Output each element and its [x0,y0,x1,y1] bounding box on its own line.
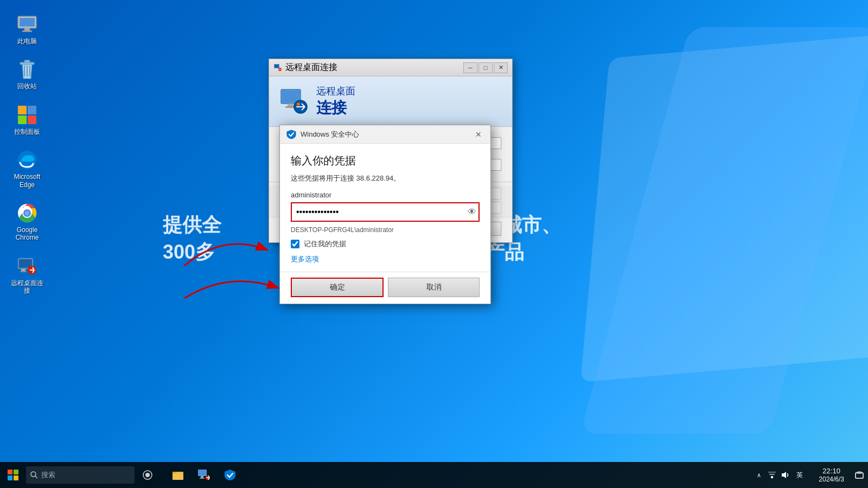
remember-checkbox[interactable] [291,240,299,248]
tray-lang-label: 英 [796,471,803,480]
svg-rect-46 [14,476,18,480]
rdp-maximize-btn[interactable]: □ [478,62,493,73]
google-chrome-label: Google Chrome [8,226,46,242]
svg-rect-2 [24,28,30,30]
svg-rect-34 [288,104,294,106]
clock-date: 2024/6/3 [819,476,844,483]
svg-point-37 [297,102,300,106]
taskbar-rdp-icon [197,468,210,481]
svg-line-48 [35,476,37,478]
icon-recycle-bin[interactable]: 回收站 [5,56,49,93]
svg-rect-12 [18,115,27,124]
svg-rect-6 [24,60,30,62]
rdp-header-text: 远程桌面 连接 [316,85,355,118]
rdp-header: 远程桌面 连接 [269,76,512,127]
svg-rect-3 [22,30,32,32]
microsoft-edge-icon [16,149,38,171]
notification-icon [855,471,864,479]
svg-point-18 [25,210,30,215]
rdp-header-title: 连接 [316,98,355,118]
svg-rect-13 [28,115,36,124]
taskbar-clock[interactable]: 22:10 2024/6/3 [812,462,851,488]
remote-desktop-label: 远程桌面连接 [8,279,46,295]
icon-remote-desktop[interactable]: 远程桌面连接 [5,253,49,298]
rdp-header-icon [280,87,308,115]
desktop-icons: 此电脑 回收站 [5,11,49,298]
more-options-link[interactable]: 更多选项 [291,254,480,264]
taskbar-security-center[interactable] [217,462,243,488]
taskbar: 搜索 [0,462,868,488]
taskbar-search-icon [30,471,38,479]
remember-label[interactable]: 记住我的凭据 [304,239,346,249]
rdp-header-subtitle: 远程桌面 [316,85,355,98]
security-desc: 这些凭据将用于连接 38.6.228.94。 [291,174,480,183]
desktop: 提供全 个地区城市、 300多 代理等产品 此电脑 [0,0,868,488]
remote-desktop-icon [16,255,38,277]
rdp-titlebar-title: 远程桌面连接 [285,62,337,73]
svg-rect-10 [18,106,27,114]
taskbar-search[interactable]: 搜索 [26,466,135,484]
icon-control-panel[interactable]: 控制面板 [5,101,49,138]
rdp-title-icon [273,63,282,72]
rdp-close-btn[interactable]: ✕ [494,62,508,73]
svg-rect-63 [768,472,776,473]
svg-rect-52 [173,473,183,480]
password-wrapper: 👁 [291,202,480,222]
security-domain: DESKTOP-PGFRG4L\administrator [291,226,480,234]
svg-rect-61 [771,476,773,478]
security-close-btn[interactable]: ✕ [473,129,484,140]
security-cancel-btn[interactable]: 取消 [388,278,480,297]
microsoft-edge-label: Microsoft Edge [8,173,46,189]
tray-volume-icon[interactable] [778,462,792,488]
icon-this-pc[interactable]: 此电脑 [5,11,49,48]
volume-icon [781,471,789,479]
taskbar-tray: ∧ 英 [748,462,868,488]
rdp-titlebar: 远程桌面连接 ─ □ ✕ [269,59,512,76]
svg-rect-62 [769,474,775,475]
cortana-btn[interactable] [135,462,161,488]
svg-marker-64 [782,472,786,478]
rdp-minimize-btn[interactable]: ─ [463,62,477,73]
svg-rect-56 [200,478,205,479]
search-placeholder: 搜索 [41,470,55,480]
taskbar-shield-icon [224,468,237,481]
security-titlebar: Windows 安全中心 ✕ [280,125,490,144]
tray-icons: ∧ 英 [748,462,812,488]
control-panel-icon [16,104,38,126]
password-visibility-btn[interactable]: 👁 [468,207,476,217]
cortana-icon [143,470,152,480]
file-explorer-icon [171,468,184,481]
security-title-text: Windows 安全中心 [301,130,359,139]
security-body: 输入你的凭据 这些凭据将用于连接 38.6.228.94。 administra… [280,144,490,304]
svg-rect-21 [21,269,25,271]
recycle-bin-icon [16,59,38,80]
password-input[interactable] [291,202,480,222]
clock-time: 22:10 [822,467,840,476]
rdp-titlebar-left: 远程桌面连接 [273,62,337,73]
taskbar-remote-desktop[interactable] [191,462,217,488]
svg-rect-11 [28,106,36,114]
security-heading: 输入你的凭据 [291,153,480,168]
svg-point-47 [31,472,36,477]
this-pc-label: 此电脑 [17,37,37,45]
svg-rect-55 [201,476,203,478]
taskbar-file-explorer[interactable] [165,462,191,488]
start-button[interactable] [0,462,26,488]
tray-network-icon[interactable] [765,462,778,488]
icon-google-chrome[interactable]: Google Chrome [5,200,49,245]
tray-language-icon[interactable]: 英 [792,462,808,488]
security-dialog: Windows 安全中心 ✕ 输入你的凭据 这些凭据将用于连接 38.6.228… [279,125,491,304]
svg-rect-1 [20,18,35,27]
control-panel-label: 控制面板 [14,128,40,136]
icon-microsoft-edge[interactable]: Microsoft Edge [5,146,49,191]
google-chrome-icon [16,202,38,224]
svg-rect-5 [20,62,34,65]
tray-overflow-btn[interactable]: ∧ [752,462,765,488]
this-pc-icon [16,14,38,35]
svg-rect-32 [282,91,299,102]
svg-rect-54 [199,470,206,476]
security-ok-btn[interactable]: 确定 [291,278,384,297]
taskbar-notification-btn[interactable] [851,462,868,488]
security-titlebar-left: Windows 安全中心 [286,130,359,139]
svg-rect-22 [20,271,27,272]
